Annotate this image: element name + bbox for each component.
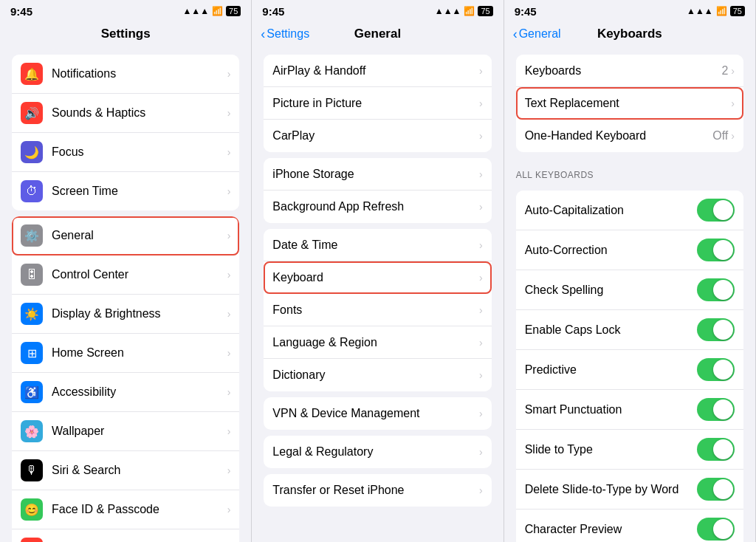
wallpaper-chevron: › (227, 425, 231, 437)
keyboards-row-predictive[interactable]: Predictive (516, 350, 743, 390)
settings-row-emergencysos[interactable]: SOS Emergency SOS › (12, 529, 239, 542)
general-row-fonts[interactable]: Fonts › (264, 294, 491, 326)
keyboards-row-textreplacement[interactable]: Text Replacement › (516, 87, 743, 120)
settings-row-sounds[interactable]: 🔊 Sounds & Haptics › (12, 94, 239, 133)
keyboards-row-charpreview[interactable]: Character Preview (516, 510, 743, 542)
general-row-datetime[interactable]: Date & Time › (264, 229, 491, 261)
charpreview-toggle[interactable] (697, 518, 735, 541)
datetime-label: Date & Time (272, 239, 479, 252)
keyboards-row-keyboards[interactable]: Keyboards 2 › (516, 55, 743, 87)
settings-row-wallpaper[interactable]: 🌸 Wallpaper › (12, 412, 239, 451)
back-to-settings[interactable]: ‹ Settings (261, 27, 309, 42)
panel-header-2: ‹ Settings General (252, 21, 503, 49)
capslock-toggle[interactable] (697, 318, 735, 341)
checkspelling-label: Check Spelling (525, 284, 697, 297)
screentime-icon: ⏱ (21, 180, 43, 202)
keyboards-row-autocorrect[interactable]: Auto-Correction (516, 230, 743, 270)
autocorrect-toggle[interactable] (697, 239, 735, 261)
keyboards-row-deleteslide[interactable]: Delete Slide-to-Type by Word (516, 470, 743, 510)
general-group-1: AirPlay & Handoff › Picture in Picture ›… (264, 55, 491, 152)
general-row-iphonestorage[interactable]: iPhone Storage › (264, 158, 491, 191)
smartpunct-toggle[interactable] (697, 398, 735, 421)
keyboards-keyboards-label: Keyboards (525, 64, 722, 78)
general-icon: ⚙️ (21, 224, 43, 247)
status-icons-2: ▲▲▲ 📶 75 (435, 6, 493, 16)
keyboards-row-smartpunct[interactable]: Smart Punctuation (516, 390, 743, 430)
display-label: Display & Brightness (52, 307, 227, 320)
carplay-label: CarPlay (272, 129, 479, 143)
focus-label: Focus (52, 145, 227, 159)
battery-icon-2: 75 (478, 6, 492, 16)
general-group-2: iPhone Storage › Background App Refresh … (264, 158, 491, 223)
iphonestorage-label: iPhone Storage (272, 168, 479, 181)
back-to-general[interactable]: ‹ General (513, 27, 561, 42)
battery-icon-3: 75 (730, 6, 745, 16)
screentime-chevron: › (227, 185, 231, 197)
panel-title-2: General (354, 27, 401, 41)
notifications-icon: 🔔 (21, 63, 43, 85)
predictive-label: Predictive (525, 363, 697, 377)
general-row-transfer[interactable]: Transfer or Reset iPhone › (264, 474, 491, 507)
checkspelling-toggle[interactable] (697, 278, 735, 301)
back-arrow-2: ‹ (261, 27, 265, 42)
wifi-icon-3: 📶 (716, 6, 727, 16)
keyboards-row-slidetype[interactable]: Slide to Type (516, 430, 743, 470)
settings-content: 🔔 Notifications › 🔊 Sounds & Haptics › 🌙… (0, 49, 251, 542)
time-2: 9:45 (262, 5, 284, 18)
emergencysos-icon: SOS (21, 538, 43, 542)
settings-row-display[interactable]: ☀️ Display & Brightness › (12, 295, 239, 334)
vpn-label: VPN & Device Management (272, 407, 479, 420)
settings-row-controlcenter[interactable]: 🎛 Control Center › (12, 255, 239, 295)
controlcenter-label: Control Center (52, 268, 227, 281)
faceid-icon: 😊 (21, 498, 43, 521)
status-icons-3: ▲▲▲ 📶 75 (687, 6, 745, 16)
settings-row-siri[interactable]: 🎙 Siri & Search › (12, 451, 239, 490)
settings-row-screentime[interactable]: ⏱ Screen Time › (12, 172, 239, 210)
airplay-label: AirPlay & Handoff (272, 64, 479, 78)
general-row-backgroundapp[interactable]: Background App Refresh › (264, 191, 491, 223)
wallpaper-label: Wallpaper (52, 425, 227, 438)
sounds-label: Sounds & Haptics (52, 106, 227, 120)
general-row-dictionary[interactable]: Dictionary › (264, 359, 491, 391)
deleteslide-label: Delete Slide-to-Type by Word (525, 483, 697, 496)
keyboards-value: 2 (721, 64, 728, 78)
general-row-keyboard[interactable]: Keyboard › (264, 261, 491, 294)
general-row-vpn[interactable]: VPN & Device Management › (264, 397, 491, 430)
screentime-label: Screen Time (52, 185, 227, 198)
keyboards-row-autocap[interactable]: Auto-Capitalization (516, 191, 743, 230)
general-row-legal[interactable]: Legal & Regulatory › (264, 436, 491, 468)
settings-row-notifications[interactable]: 🔔 Notifications › (12, 55, 239, 94)
settings-row-general[interactable]: ⚙️ General › (12, 216, 239, 255)
backgroundapp-label: Background App Refresh (272, 200, 479, 213)
deleteslide-toggle[interactable] (697, 478, 735, 501)
settings-row-accessibility[interactable]: ♿ Accessibility › (12, 373, 239, 412)
general-row-carplay[interactable]: CarPlay › (264, 120, 491, 152)
general-row-pip[interactable]: Picture in Picture › (264, 87, 491, 120)
settings-row-faceid[interactable]: 😊 Face ID & Passcode › (12, 490, 239, 529)
panel-title-3: Keyboards (597, 27, 662, 41)
predictive-toggle[interactable] (697, 358, 735, 381)
status-bar-1: 9:45 ▲▲▲ 📶 75 (0, 0, 251, 21)
wifi-icon: 📶 (212, 6, 223, 16)
accessibility-icon: ♿ (21, 381, 43, 403)
back-arrow-3: ‹ (513, 27, 518, 42)
wifi-icon-2: 📶 (464, 6, 475, 16)
general-row-airplay[interactable]: AirPlay & Handoff › (264, 55, 491, 87)
general-row-language[interactable]: Language & Region › (264, 326, 491, 359)
status-bar-2: 9:45 ▲▲▲ 📶 75 (252, 0, 503, 21)
slidetype-toggle[interactable] (697, 438, 735, 461)
textreplacement-label: Text Replacement (525, 97, 732, 110)
status-bar-3: 9:45 ▲▲▲ 📶 75 (504, 0, 755, 21)
display-chevron: › (227, 308, 231, 320)
fonts-label: Fonts (272, 303, 479, 317)
language-label: Language & Region (272, 336, 479, 349)
settings-row-homescreen[interactable]: ⊞ Home Screen › (12, 334, 239, 373)
keyboards-group-top: Keyboards 2 › Text Replacement › One-Han… (516, 55, 743, 152)
keyboards-row-capslock[interactable]: Enable Caps Lock (516, 310, 743, 350)
keyboards-row-onehanded[interactable]: One-Handed Keyboard Off › (516, 120, 743, 152)
keyboards-row-checkspelling[interactable]: Check Spelling (516, 270, 743, 310)
smartpunct-label: Smart Punctuation (525, 403, 697, 416)
legal-label: Legal & Regulatory (272, 445, 479, 459)
settings-row-focus[interactable]: 🌙 Focus › (12, 133, 239, 172)
autocap-toggle[interactable] (697, 199, 735, 222)
